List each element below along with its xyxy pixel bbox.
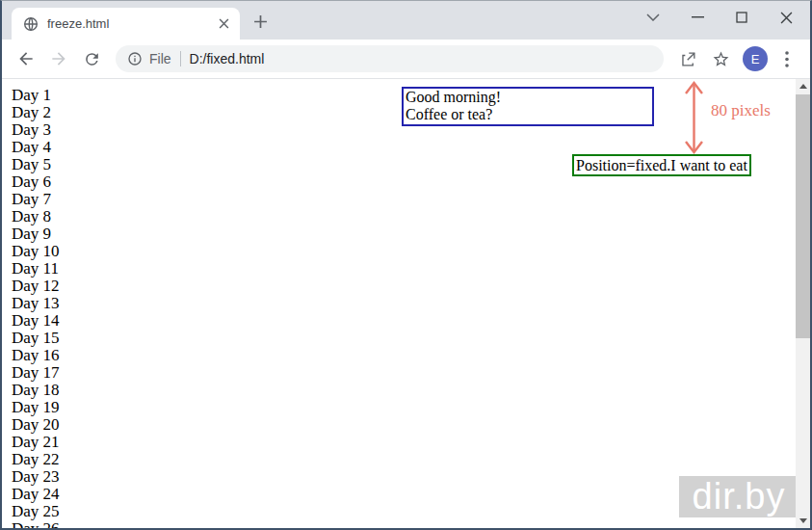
day-list-item: Day 21 xyxy=(12,434,60,451)
titlebar: freeze.html xyxy=(2,1,810,40)
day-list-item: Day 15 xyxy=(12,330,60,347)
position-fixed-box: Position=fixed.I want to eat xyxy=(572,154,751,176)
refresh-icon[interactable] xyxy=(77,44,106,73)
scroll-down-icon[interactable] xyxy=(796,514,810,528)
address-bar[interactable]: File D:/fixed.html xyxy=(116,45,664,72)
minimize-button[interactable] xyxy=(675,1,720,34)
day-list-item: Day 4 xyxy=(12,139,60,156)
info-icon[interactable] xyxy=(127,51,143,66)
profile-avatar[interactable]: E xyxy=(743,46,768,71)
globe-favicon-icon xyxy=(23,16,39,32)
forward-icon[interactable] xyxy=(44,44,73,73)
day-list-item: Day 26 xyxy=(12,520,60,528)
measure-arrow-icon xyxy=(681,80,707,159)
day-list-item: Day 25 xyxy=(12,503,60,520)
day-list-item: Day 19 xyxy=(12,399,60,416)
day-list-item: Day 2 xyxy=(12,104,60,121)
greeting-line1: Good morning! xyxy=(406,89,652,106)
file-scheme-label: File xyxy=(149,51,171,66)
day-list-item: Day 22 xyxy=(12,451,60,468)
tab-close-icon[interactable] xyxy=(215,15,232,33)
watermark: dir.by xyxy=(679,476,799,517)
day-list-item: Day 18 xyxy=(12,382,60,399)
day-list-item: Day 17 xyxy=(12,364,60,382)
url-text: D:/fixed.html xyxy=(190,51,265,66)
day-list-item: Day 20 xyxy=(12,416,60,434)
close-window-button[interactable] xyxy=(764,1,808,34)
day-list-item: Day 7 xyxy=(12,191,60,208)
day-list-item: Day 10 xyxy=(12,243,60,260)
day-list-item: Day 23 xyxy=(12,468,60,486)
day-list-item: Day 14 xyxy=(12,312,60,330)
chevron-down-icon[interactable] xyxy=(631,1,675,34)
vertical-scrollbar[interactable] xyxy=(796,79,810,528)
address-divider xyxy=(180,51,181,66)
day-list-item: Day 13 xyxy=(12,295,60,312)
maximize-button[interactable] xyxy=(720,1,764,34)
window-controls xyxy=(631,1,808,34)
back-icon[interactable] xyxy=(12,44,40,73)
day-list-item: Day 1 xyxy=(12,87,60,104)
day-list-item: Day 8 xyxy=(12,208,60,225)
scrollbar-thumb[interactable] xyxy=(796,94,810,338)
day-list-item: Day 3 xyxy=(12,121,60,139)
menu-dots-icon[interactable] xyxy=(776,45,798,72)
day-list-item: Day 16 xyxy=(12,347,60,364)
day-list: Day 1Day 2Day 3Day 4Day 5Day 6Day 7Day 8… xyxy=(12,87,60,528)
day-list-item: Day 11 xyxy=(12,260,60,278)
greeting-box: Good morning! Coffee or tea? xyxy=(402,87,654,126)
bookmark-star-icon[interactable] xyxy=(707,45,734,72)
scroll-up-icon[interactable] xyxy=(796,79,810,93)
share-icon[interactable] xyxy=(674,45,701,72)
day-list-item: Day 9 xyxy=(12,225,60,243)
day-list-item: Day 5 xyxy=(12,156,60,173)
greeting-line2: Coffee or tea? xyxy=(406,106,652,123)
day-list-item: Day 6 xyxy=(12,173,60,191)
measure-label: 80 pixels xyxy=(711,101,771,120)
browser-window: freeze.html xyxy=(0,0,812,530)
new-tab-button[interactable] xyxy=(251,13,269,30)
browser-toolbar: File D:/fixed.html E xyxy=(2,40,810,79)
day-list-item: Day 24 xyxy=(12,486,60,503)
page-content: Day 1Day 2Day 3Day 4Day 5Day 6Day 7Day 8… xyxy=(2,79,810,528)
tab-title: freeze.html xyxy=(47,16,215,31)
day-list-item: Day 12 xyxy=(12,278,60,295)
tab-freeze-html[interactable]: freeze.html xyxy=(12,8,240,40)
